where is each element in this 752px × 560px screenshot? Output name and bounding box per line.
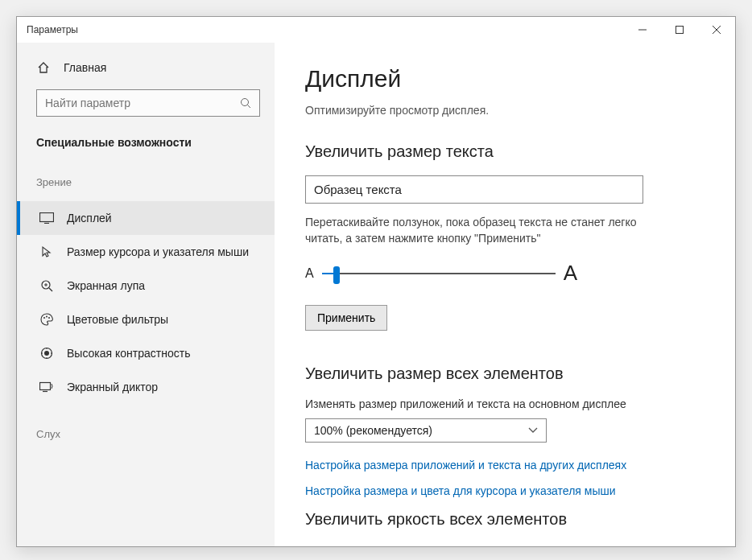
close-button[interactable]: [698, 17, 735, 43]
nav-label: Высокая контрастность: [67, 347, 190, 360]
link-cursor-settings[interactable]: Настройка размера и цвета для курсора и …: [305, 484, 704, 497]
link-other-displays[interactable]: Настройка размера приложений и текста на…: [305, 459, 704, 471]
svg-line-5: [248, 105, 251, 109]
nav-label: Экранный диктор: [67, 381, 158, 393]
slider-max-label: A: [564, 261, 577, 286]
nav-item-narrator[interactable]: Экранный диктор: [17, 370, 275, 404]
home-link[interactable]: Главная: [17, 54, 275, 81]
window-title: Параметры: [27, 24, 78, 35]
svg-rect-1: [676, 27, 684, 34]
nav-item-high-contrast[interactable]: Высокая контрастность: [17, 336, 275, 370]
svg-point-4: [242, 99, 249, 106]
nav-item-display[interactable]: Дисплей: [17, 201, 275, 235]
maximize-button[interactable]: [661, 17, 698, 43]
search-box[interactable]: [36, 89, 260, 117]
nav-item-color-filters[interactable]: Цветовые фильтры: [17, 303, 275, 336]
brightness-heading: Увеличить яркость всех элементов: [305, 510, 704, 529]
page-subtitle: Оптимизируйте просмотр дисплея.: [305, 104, 704, 117]
window-controls: [624, 17, 735, 43]
group-vision-label: Зрение: [17, 171, 275, 193]
group-hearing-label: Слух: [17, 423, 275, 445]
nav-item-magnifier[interactable]: Экранная лупа: [17, 269, 275, 303]
nav-label: Цветовые фильтры: [67, 313, 168, 326]
text-size-slider-row: A A: [305, 261, 704, 286]
magnifier-icon: [39, 278, 54, 293]
slider-track-line: [322, 273, 556, 274]
svg-point-14: [48, 317, 50, 319]
scale-label: Изменять размер приложений и текста на о…: [305, 397, 704, 410]
content-area: Главная Специальные возможности Зрение Д…: [17, 43, 735, 546]
slider-help-text: Перетаскивайте ползунок, пока образец те…: [305, 215, 667, 246]
nav-label: Размер курсора и указателя мыши: [67, 245, 249, 258]
nav-label: Дисплей: [67, 212, 112, 224]
svg-point-20: [44, 351, 49, 356]
chevron-down-icon: [528, 427, 538, 434]
text-size-slider[interactable]: [322, 266, 556, 282]
search-icon: [240, 97, 251, 109]
page-title: Дисплей: [305, 65, 704, 93]
minimize-icon: [638, 26, 647, 34]
apply-button[interactable]: Применить: [305, 305, 387, 331]
everything-heading: Увеличить размер всех элементов: [305, 364, 704, 383]
slider-min-label: A: [305, 266, 314, 281]
window-titlebar: Параметры: [17, 17, 735, 43]
cursor-icon: [39, 245, 54, 259]
svg-rect-21: [40, 383, 51, 390]
slider-thumb[interactable]: [333, 266, 340, 284]
text-size-heading: Увеличить размер текста: [305, 142, 704, 161]
palette-icon: [39, 312, 54, 327]
svg-rect-6: [40, 213, 54, 222]
sidebar: Главная Специальные возможности Зрение Д…: [17, 43, 275, 546]
sample-text-box: Образец текста: [305, 175, 643, 204]
nav-label: Экранная лупа: [67, 279, 145, 292]
minimize-button[interactable]: [624, 17, 661, 43]
scale-dropdown[interactable]: 100% (рекомендуется): [305, 418, 547, 443]
close-icon: [713, 26, 721, 34]
nav-item-cursor[interactable]: Размер курсора и указателя мыши: [17, 235, 275, 269]
dropdown-value: 100% (рекомендуется): [314, 424, 432, 437]
contrast-icon: [39, 346, 54, 360]
settings-window: Параметры Главная: [16, 16, 736, 547]
svg-point-13: [46, 316, 48, 318]
category-title: Специальные возможности: [17, 131, 275, 154]
svg-line-9: [49, 288, 52, 291]
search-input[interactable]: [45, 97, 240, 109]
home-label: Главная: [64, 61, 106, 74]
svg-point-12: [43, 317, 45, 319]
display-icon: [39, 211, 54, 225]
narrator-icon: [39, 380, 54, 394]
main-panel: Дисплей Оптимизируйте просмотр дисплея. …: [275, 43, 735, 546]
maximize-icon: [676, 26, 684, 34]
home-icon: [36, 60, 51, 75]
